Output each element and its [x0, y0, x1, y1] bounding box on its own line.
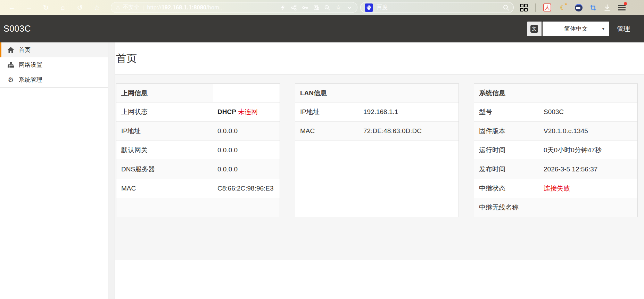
status-badge: 未连网 — [238, 108, 258, 115]
row-label: 固件版本 — [474, 127, 539, 136]
url-separator: | — [142, 5, 144, 10]
chevron-down-icon[interactable] — [346, 5, 353, 11]
search-icon[interactable] — [503, 5, 509, 11]
table-row: 固件版本 V20.1.0.c.1345 — [474, 121, 637, 140]
search-engine-label: 百度 — [377, 4, 388, 11]
admin-button[interactable]: 管理 — [617, 24, 630, 33]
app-header: S003C 文 简体中文 ▾ 管理 — [0, 15, 644, 42]
sidebar-item-network-settings[interactable]: 网络设置 — [0, 57, 108, 72]
baidu-logo-icon — [365, 3, 373, 12]
table-row: IP地址 0.0.0.0 — [116, 121, 280, 140]
sidebar-scrollbar-track[interactable] — [108, 42, 115, 299]
undo-history-icon[interactable]: ↺ — [76, 3, 84, 12]
row-label: 中继状态 — [474, 184, 539, 193]
row-value: V20.1.0.c.1345 — [539, 127, 588, 135]
bookmark-star-icon[interactable]: ☆ — [93, 3, 101, 12]
card-title: LAN信息 — [295, 84, 359, 102]
row-value: C8:66:2C:98:96:E3 — [213, 185, 274, 192]
main-content: 首页 上网信息 上网状态 DHCP 未连网 IP地址 0.0.0.0 — [115, 42, 644, 299]
card-empty-area — [295, 140, 459, 217]
notification-dot — [624, 2, 627, 5]
night-mode-icon[interactable]: ☾★ — [559, 3, 567, 12]
download-icon[interactable] — [604, 5, 610, 11]
table-row: 中继无线名称 — [474, 198, 637, 217]
address-bar[interactable]: ⚠ 不安全 | http://192.168.1.1:8080/hom... — [111, 2, 357, 13]
wan-info-card: 上网信息 上网状态 DHCP 未连网 IP地址 0.0.0.0 默认网关 0.0… — [116, 83, 280, 217]
row-label: DNS服务器 — [116, 165, 213, 174]
lightning-icon[interactable] — [280, 5, 286, 11]
repeater-status-value: 连接失败 — [539, 184, 570, 193]
security-label: 不安全 — [123, 4, 139, 11]
row-label: 运行时间 — [474, 146, 539, 155]
row-value: 0.0.0.0 — [213, 127, 238, 135]
page-title: 首页 — [116, 51, 137, 66]
row-label: 上网状态 — [116, 107, 213, 116]
table-row: 发布时间 2026-3-5 12:56:37 — [474, 160, 637, 179]
crop-screenshot-icon[interactable] — [590, 5, 596, 11]
favorite-star-icon[interactable]: ☆ — [335, 4, 341, 11]
pdf-extension-icon[interactable]: 人 — [543, 3, 551, 11]
sidebar-item-system-management[interactable]: ⚙ 系统管理 — [0, 72, 108, 87]
card-title: 上网信息 — [116, 84, 213, 102]
language-selected: 简体中文 — [564, 25, 588, 33]
row-label: 默认网关 — [116, 146, 213, 155]
device-name: S003C — [3, 24, 31, 34]
row-value: DHCP 未连网 — [213, 107, 258, 116]
not-secure-warning-icon: ⚠ — [116, 5, 120, 11]
back-icon[interactable]: ← — [8, 3, 16, 11]
row-label: 中继无线名称 — [474, 203, 539, 212]
toolbar-divider — [535, 3, 536, 12]
table-row: 默认网关 0.0.0.0 — [116, 140, 280, 160]
share-icon[interactable] — [291, 5, 297, 11]
zoom-out-icon[interactable] — [324, 5, 330, 11]
gear-icon: ⚙ — [7, 76, 14, 83]
card-header-spacer — [539, 84, 637, 102]
browser-extensions-area: 人 ☾★ — [520, 3, 626, 12]
language-select[interactable]: 简体中文 ▾ — [543, 22, 609, 36]
table-row: 上网状态 DHCP 未连网 — [116, 102, 280, 121]
sidebar: 首页 网络设置 ⚙ 系统管理 — [0, 42, 108, 299]
table-row: 型号 S003C — [474, 102, 637, 121]
row-value: 72:DE:48:63:0D:DC — [359, 127, 422, 135]
row-label: IP地址 — [295, 107, 359, 116]
network-icon — [7, 62, 14, 68]
translate-icon: 文 — [530, 25, 538, 33]
card-title: 系统信息 — [474, 84, 539, 102]
home-icon — [7, 47, 14, 53]
sidebar-item-label: 首页 — [19, 46, 31, 54]
home-icon[interactable]: ⌂ — [59, 3, 67, 11]
table-row: DNS服务器 0.0.0.0 — [116, 160, 280, 179]
table-row: 运行时间 0天0小时0分钟47秒 — [474, 140, 637, 160]
robot-assistant-icon[interactable] — [575, 4, 583, 11]
row-value: 2026-3-5 12:56:37 — [539, 165, 597, 173]
key-icon[interactable] — [302, 5, 308, 11]
url-text[interactable]: http://192.168.1.1:8080/hom... — [147, 4, 224, 11]
row-label: IP地址 — [116, 127, 213, 136]
table-row: IP地址 192.168.1.1 — [295, 102, 459, 121]
page-translate-icon[interactable] — [313, 5, 319, 11]
translate-button[interactable]: 文 — [527, 22, 542, 36]
system-info-card: 系统信息 型号 S003C 固件版本 V20.1.0.c.1345 运行时间 0… — [474, 83, 638, 217]
row-value: 0.0.0.0 — [213, 146, 238, 154]
card-header-spacer — [359, 84, 459, 102]
card-header-spacer — [213, 84, 280, 102]
row-label: 发布时间 — [474, 165, 539, 174]
browser-nav-buttons: ← → ↻ ⌂ ↺ ☆ — [8, 3, 101, 12]
lan-info-card: LAN信息 IP地址 192.168.1.1 MAC 72:DE:48:63:0… — [295, 83, 459, 217]
select-caret-icon: ▾ — [602, 26, 604, 31]
forward-icon[interactable]: → — [25, 3, 33, 11]
sidebar-item-home[interactable]: 首页 — [0, 42, 108, 57]
row-label: MAC — [295, 127, 359, 135]
row-label: 型号 — [474, 107, 539, 116]
sidebar-item-label: 网络设置 — [19, 61, 42, 69]
apps-grid-icon[interactable] — [520, 4, 528, 11]
table-row: MAC 72:DE:48:63:0D:DC — [295, 121, 459, 140]
row-label: MAC — [116, 185, 213, 192]
reload-icon[interactable]: ↻ — [42, 3, 50, 12]
table-row: MAC C8:66:2C:98:96:E3 — [116, 179, 280, 198]
browser-menu-icon[interactable] — [618, 3, 626, 11]
browser-toolbar: ← → ↻ ⌂ ↺ ☆ ⚠ 不安全 | http://192.168.1.1:8… — [0, 0, 644, 15]
search-box[interactable]: 百度 — [360, 2, 514, 13]
row-value: S003C — [539, 108, 564, 116]
sidebar-item-label: 系统管理 — [19, 76, 42, 84]
